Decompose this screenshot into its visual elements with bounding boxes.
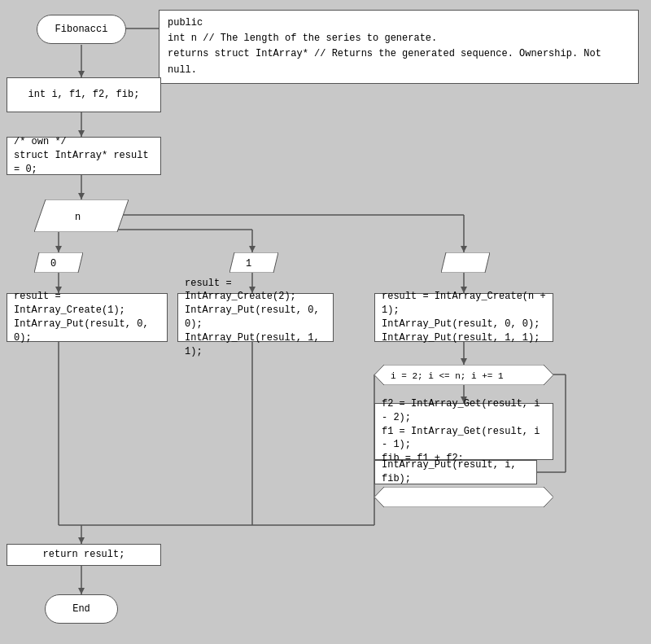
svg-text:1: 1 [246,258,251,269]
return-node: return result; [7,544,161,566]
svg-marker-38 [78,588,85,594]
svg-marker-46 [441,252,490,273]
comment-box: public int n // The length of the series… [159,10,639,84]
svg-marker-44 [229,252,278,273]
svg-marker-36 [78,537,85,544]
switch-n-shape: n [34,199,129,232]
svg-marker-40 [34,199,129,232]
svg-text:0: 0 [50,258,56,269]
action1-node: result = IntArray_Create(2); IntArray_Pu… [177,293,334,342]
loop-header-shape: i = 2; i <= n; i += 1 [374,365,553,385]
case0-shape: 0 [34,252,83,273]
svg-marker-42 [34,252,83,273]
svg-marker-1 [78,71,85,77]
svg-marker-5 [78,193,85,199]
svg-marker-10 [249,246,256,252]
var-decl-node: int i, f1, f2, fib; [7,77,161,112]
end-node: End [45,594,118,624]
loop-close-shape [374,487,553,507]
svg-text:i = 2; i <= n; i += 1: i = 2; i <= n; i += 1 [391,371,504,381]
flowchart-diagram: Fibonacci public int n // The length of … [0,0,651,644]
action0-node: result = IntArray_Create(1); IntArray_Pu… [7,293,168,342]
comment-line2: int n // The length of the series to gen… [168,31,630,46]
action-else-node: result = IntArray_Create(n + 1); IntArra… [374,293,553,342]
svg-marker-7 [55,246,62,252]
svg-marker-13 [461,246,467,252]
comment-line1: public [168,15,630,31]
svg-text:n: n [75,212,81,223]
loop-put-node: IntArray_Put(result, i, fib); [374,460,537,484]
svg-marker-49 [374,487,553,507]
case1-shape: 1 [229,252,278,273]
comment-line3: returns struct IntArray* // Returns the … [168,46,630,77]
start-node: Fibonacci [37,15,126,44]
case-else-shape [441,252,490,273]
loop-body-node: f2 = IntArray_Get(result, i - 2); f1 = I… [374,403,553,460]
struct-decl-node: /* own */ struct IntArray* result = 0; [7,137,161,175]
svg-marker-21 [461,358,467,365]
